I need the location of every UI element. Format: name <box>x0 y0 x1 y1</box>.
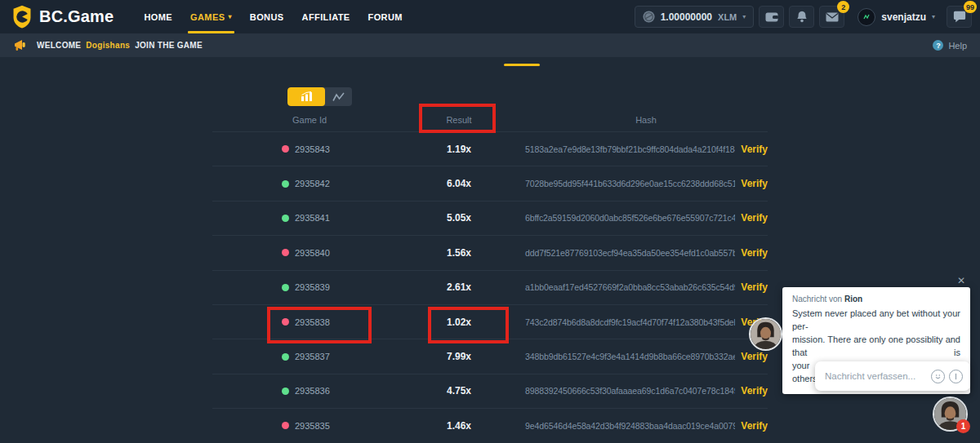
nav-forum[interactable]: FORUM <box>359 0 412 33</box>
welcome-suffix: JOIN THE GAME <box>135 41 203 50</box>
nav-home[interactable]: HOME <box>135 0 181 33</box>
main-nav: HOME GAMES ▾ BONUS AFFILIATE FORUM <box>135 0 411 33</box>
notifications-button[interactable] <box>789 6 814 28</box>
chat-user-avatar[interactable]: 1 <box>933 396 968 432</box>
game-id-value: 2935842 <box>295 179 330 188</box>
nav-affiliate[interactable]: AFFILIATE <box>293 0 359 33</box>
tab-indicator <box>504 64 540 66</box>
verify-link[interactable]: Verify <box>735 178 768 189</box>
table-header-row: Game Id Result Hash <box>212 108 768 131</box>
welcome-banner: WELCOMEDogishansJOIN THE GAME ? Help <box>0 33 980 57</box>
chat-sender-name: Rion <box>844 295 862 303</box>
result-value: 6.04x <box>408 178 510 189</box>
user-avatar <box>858 8 875 26</box>
xlm-coin-icon <box>643 11 655 23</box>
game-id-value: 2935843 <box>295 144 330 154</box>
trend-view-button[interactable] <box>325 87 352 106</box>
game-id-cell: 2935840 <box>212 248 408 258</box>
balance-amount: 1.00000000 <box>661 11 712 23</box>
table-row: 2935835 1.46x 9e4d6546d4e58a42d3b4f92488… <box>212 408 768 442</box>
game-id-value: 2935839 <box>295 282 330 292</box>
status-dot-icon <box>282 353 289 361</box>
status-dot-icon <box>282 318 289 326</box>
username: svenjatzu <box>881 11 926 23</box>
chat-toggle-button[interactable]: 99 <box>947 6 972 28</box>
balance-selector[interactable]: 1.00000000 XLM ▾ <box>635 6 755 28</box>
messages-button[interactable]: 2 <box>819 6 844 28</box>
status-dot-icon <box>282 284 289 291</box>
nav-games-label: GAMES <box>190 12 225 22</box>
hash-value: 348bb9db61527e4c9f3e4a1414d9b8ba66ce8970… <box>510 352 735 361</box>
view-toggle <box>287 87 352 106</box>
status-dot-icon <box>282 215 289 222</box>
status-dot-icon <box>282 249 289 256</box>
header-controls: 1.00000000 XLM ▾ <box>635 6 972 28</box>
game-id-cell: 2935842 <box>212 179 408 188</box>
hash-value: a1bb0eaaf17ed4527669f2a0bba8cc53abab26c6… <box>510 282 735 292</box>
wallet-button[interactable] <box>759 6 784 28</box>
column-header-result: Result <box>408 115 510 125</box>
page: BC.Game HOME GAMES ▾ BONUS AFFILIATE FOR… <box>0 0 980 443</box>
column-header-hash: Hash <box>510 115 735 125</box>
chat-close-icon[interactable]: ✕ <box>957 275 965 286</box>
envelope-icon <box>826 12 839 22</box>
verify-link[interactable]: Verify <box>735 247 768 259</box>
bell-icon <box>796 11 808 23</box>
table-row: 2935840 1.56x ddd7f521e87769103ecf94ea35… <box>212 235 768 269</box>
result-value: 1.19x <box>408 144 510 155</box>
game-id-value: 2935838 <box>295 317 330 327</box>
game-id-value: 2935836 <box>295 386 330 396</box>
sender-avatar[interactable] <box>749 317 782 351</box>
chat-message-line: System never placed any bet without your… <box>792 308 960 334</box>
verify-link[interactable]: Verify <box>735 144 768 155</box>
wallet-icon <box>765 11 778 22</box>
game-id-cell: 2935841 <box>212 213 408 223</box>
status-dot-icon <box>282 388 289 395</box>
game-id-cell: 2935835 <box>212 421 408 431</box>
status-dot-icon <box>282 180 289 188</box>
verify-link[interactable]: Verify <box>735 351 768 362</box>
help-label: Help <box>948 41 967 51</box>
chat-input[interactable] <box>825 371 927 381</box>
game-id-cell: 2935836 <box>212 386 408 396</box>
mail-badge: 2 <box>837 1 849 13</box>
chat-message-line: mission. There are only one possiblity a… <box>792 334 960 360</box>
brand[interactable]: BC.Game <box>11 5 114 29</box>
nav-bonus[interactable]: BONUS <box>241 0 293 33</box>
verify-link[interactable]: Verify <box>735 212 768 224</box>
hash-value: 5183a2ea7e9d8e13fb79bbf21bc9ffc804dada4a… <box>510 144 735 154</box>
chevron-down-icon: ▾ <box>228 14 231 20</box>
table-row: 2935836 4.75x 8988392450666c53f30afaaaea… <box>212 374 768 408</box>
table-row: 2935843 1.19x 5183a2ea7e9d8e13fb79bbf21b… <box>212 131 768 166</box>
chat-bubble-icon <box>953 11 966 23</box>
brand-name: BC.Game <box>39 7 114 26</box>
welcome-username: Dogishans <box>86 41 130 50</box>
help-button[interactable]: ? Help <box>933 40 967 51</box>
megaphone-icon <box>13 39 27 51</box>
history-view-button[interactable] <box>287 87 325 106</box>
hash-value: 7028be95dd95f441b633d6d296e0ae15cc6238dd… <box>510 179 735 188</box>
table-row: 2935842 6.04x 7028be95dd95f441b633d6d296… <box>212 166 768 200</box>
result-value: 1.46x <box>408 420 510 432</box>
welcome-message: WELCOMEDogishansJOIN THE GAME <box>37 41 203 50</box>
result-value: 7.99x <box>408 351 510 362</box>
result-value: 1.56x <box>408 247 510 259</box>
emoji-icon[interactable] <box>931 370 945 383</box>
welcome-prefix: WELCOME <box>37 41 81 50</box>
verify-link[interactable]: Verify <box>735 281 768 293</box>
verify-link[interactable]: Verify <box>735 385 768 396</box>
nav-games[interactable]: GAMES ▾ <box>181 0 241 33</box>
table-row: 2935839 2.61x a1bb0eaaf17ed4527669f2a0bb… <box>212 270 768 304</box>
verify-link[interactable]: Verify <box>735 420 768 432</box>
game-id-cell: 2935843 <box>212 144 408 154</box>
info-icon[interactable] <box>949 370 963 383</box>
chat-message-from: Nachricht von Rion <box>792 295 960 303</box>
chat-unread-badge: 1 <box>956 419 970 433</box>
chat-from-label: Nachricht von <box>792 295 842 303</box>
help-icon: ? <box>933 40 943 51</box>
hash-value: 8988392450666c53f30afaaaea69c1d6a7c0407e… <box>510 386 735 396</box>
user-menu[interactable]: svenjatzu ▾ <box>858 8 935 26</box>
top-navbar: BC.Game HOME GAMES ▾ BONUS AFFILIATE FOR… <box>0 0 980 33</box>
chevron-down-icon: ▾ <box>742 14 746 20</box>
result-value: 1.02x <box>408 317 510 328</box>
